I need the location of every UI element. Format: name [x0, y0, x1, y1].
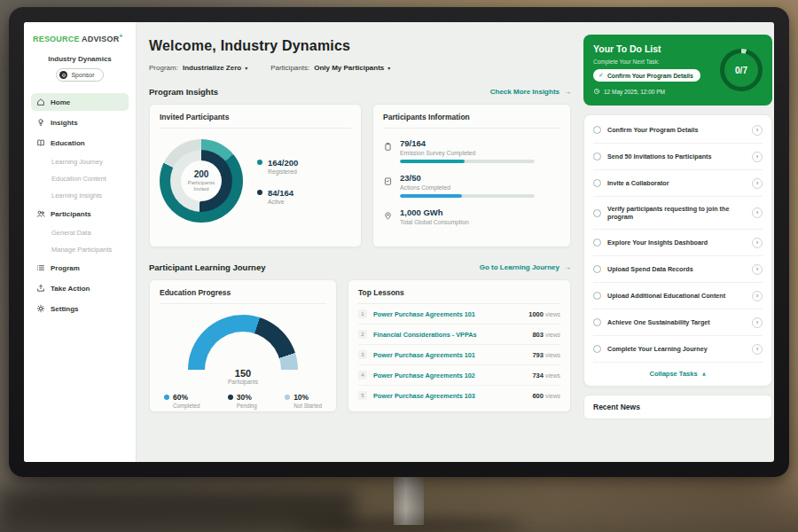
lesson-views-label: views [545, 311, 560, 317]
task-row-confirm-program-details[interactable]: Confirm Your Program Details › [593, 117, 763, 144]
task-label: Upload Additional Educational Content [607, 292, 746, 301]
lesson-link[interactable]: Power Purchase Agreements 102 [373, 372, 526, 379]
program-select[interactable]: Industrialize Zero ▾ [183, 64, 247, 72]
chevron-right-icon[interactable]: › [752, 344, 763, 355]
task-row-explore-insights[interactable]: Explore Your Insights Dashboard › [593, 230, 763, 256]
checkbox-icon[interactable] [593, 292, 601, 300]
card-title: Invited Participants [160, 113, 351, 129]
sidebar-item-general-data[interactable]: General Data [31, 225, 129, 239]
program-filter: Program: Industrialize Zero ▾ [149, 64, 247, 72]
task-row-upload-educational-content[interactable]: Upload Additional Educational Content › [593, 283, 763, 309]
lesson-link[interactable]: Power Purchase Agreements 101 [373, 351, 526, 359]
check-more-insights-link[interactable]: Check More Insights → [490, 88, 571, 96]
task-row-upload-spend-data[interactable]: Upload Spend Data Records › [593, 256, 763, 283]
checkbox-icon[interactable] [593, 345, 601, 353]
donut-center-label: Participants Invited [185, 180, 217, 192]
go-to-learning-journey-link[interactable]: Go to Learning Journey → [480, 263, 571, 271]
sidebar-item-participants[interactable]: Participants [31, 205, 129, 223]
task-label: Verify participants requesting to join t… [607, 205, 746, 222]
chevron-right-icon[interactable]: › [752, 152, 763, 162]
sidebar-item-education[interactable]: Education [31, 134, 129, 152]
task-row-complete-learning-journey[interactable]: Complete Your Learning Journey › [593, 336, 763, 363]
checkbox-icon[interactable] [593, 153, 601, 160]
lesson-views-value: 734 [532, 372, 544, 379]
stat-value: 23/50 [400, 173, 560, 183]
legend-item-registered: 164/200 Registered [257, 158, 298, 175]
stat-value: 1,000 GWh [400, 207, 560, 217]
sponsor-badge[interactable]: Sponsor [56, 68, 103, 82]
lesson-rank: 1 [358, 309, 367, 318]
checkbox-icon[interactable] [593, 179, 601, 187]
checkbox-icon[interactable] [593, 239, 601, 246]
chevron-right-icon[interactable]: › [752, 317, 763, 328]
nav-label: Learning Journey [51, 158, 103, 166]
participants-select[interactable]: Only My Participants ▾ [314, 64, 390, 72]
chevron-right-icon[interactable]: › [752, 125, 763, 136]
legend-label: Not Started [293, 403, 322, 409]
chevron-right-icon[interactable]: › [752, 291, 763, 301]
lesson-views-label: views [545, 393, 560, 399]
checkbox-icon[interactable] [593, 265, 601, 273]
checkbox-icon[interactable] [593, 318, 601, 326]
nav-label: Education [51, 139, 85, 147]
donut-legend: 164/200 Registered 84/164 Active [257, 158, 298, 205]
legend-label: Registered [268, 168, 298, 175]
stat-value: 79/164 [400, 138, 560, 148]
card-title: Education Progress [160, 288, 326, 304]
legend-label: Pending [237, 403, 257, 409]
dashboard-screen: RESOURCE ADVISOR+ Industry Dynamics Spon… [24, 22, 774, 462]
checkbox-icon[interactable] [593, 209, 601, 217]
lesson-rank: 5 [358, 391, 367, 400]
checkbox-icon[interactable] [593, 126, 601, 134]
chevron-right-icon[interactable]: › [752, 178, 763, 189]
top-lessons-card: Top Lessons 1 Power Purchase Agreements … [348, 279, 571, 412]
lesson-link[interactable]: Power Purchase Agreements 101 [373, 310, 522, 318]
next-task-label: Confirm Your Program Details [607, 73, 693, 79]
due-date: 12 May 2025, 12:00 PM [604, 89, 665, 95]
progress-bar-fill [400, 194, 462, 198]
participants-select-value: Only My Participants [314, 64, 384, 72]
sidebar-item-program[interactable]: Program [31, 259, 129, 277]
sidebar-item-settings[interactable]: Settings [31, 300, 129, 317]
lesson-link[interactable]: Power Purchase Agreements 103 [373, 392, 526, 400]
task-row-achieve-sustainability-target[interactable]: Achieve One Sustainability Target › [593, 309, 763, 336]
checklist-icon [383, 174, 393, 184]
collapse-tasks-button[interactable]: Collapse Tasks ∧ [593, 363, 763, 384]
donut-center-value: 200 [194, 169, 209, 179]
stat-global-consumption: 1,000 GWh Total Global Consumption [383, 207, 560, 229]
stat-emission-survey: 79/164 Emission Survey Completed [383, 138, 560, 163]
arrow-right-icon: → [564, 263, 571, 271]
next-task-pill[interactable]: ✓ Confirm Your Program Details [593, 69, 700, 82]
chevron-right-icon[interactable]: › [752, 207, 763, 218]
gauge-arc [188, 315, 298, 370]
task-row-invite-collaborator[interactable]: Invite a Collaborator › [593, 170, 763, 197]
nav-label: Manage Participants [51, 246, 112, 254]
lesson-link[interactable]: Financial Considerations - VPPAs [373, 331, 526, 339]
lesson-row: 4 Power Purchase Agreements 102 734 view… [358, 365, 560, 386]
stat-label: Actions Completed [400, 184, 560, 191]
section-title-learning-journey: Participant Learning Journey [149, 262, 265, 272]
participants-filter: Participants: Only My Participants ▾ [270, 64, 390, 72]
chevron-right-icon[interactable]: › [752, 264, 763, 275]
progress-bar-track [400, 194, 535, 198]
nav-label: Program [51, 264, 80, 272]
legend-label: Active [268, 199, 293, 205]
app-logo: RESOURCE ADVISOR+ [31, 33, 129, 43]
chevron-right-icon[interactable]: › [752, 238, 763, 248]
check-icon: ✓ [598, 72, 604, 79]
sidebar-item-home[interactable]: Home [31, 93, 129, 111]
sidebar-item-manage-participants[interactable]: Manage Participants [31, 242, 129, 256]
section-title-program-insights: Program Insights [149, 87, 218, 97]
monitor-stand-shadow [293, 518, 523, 532]
legend-label: Completed [173, 403, 200, 409]
stat-actions-completed: 23/50 Actions Completed [383, 173, 560, 198]
sidebar-item-take-action[interactable]: Take Action [31, 279, 129, 297]
sidebar-item-learning-journey[interactable]: Learning Journey [31, 154, 129, 168]
sidebar-item-education-content[interactable]: Education Content [31, 171, 129, 185]
task-row-send-invitations[interactable]: Send 50 Invitations to Participants › [593, 144, 763, 170]
legend-value: 10% [293, 393, 309, 402]
sidebar-item-insights[interactable]: Insights [31, 113, 129, 131]
task-row-verify-participants[interactable]: Verify participants requesting to join t… [593, 197, 763, 230]
invited-participants-donut-chart: 200 Participants Invited [160, 139, 243, 223]
sidebar-item-learning-insights[interactable]: Learning Insights [31, 188, 129, 202]
